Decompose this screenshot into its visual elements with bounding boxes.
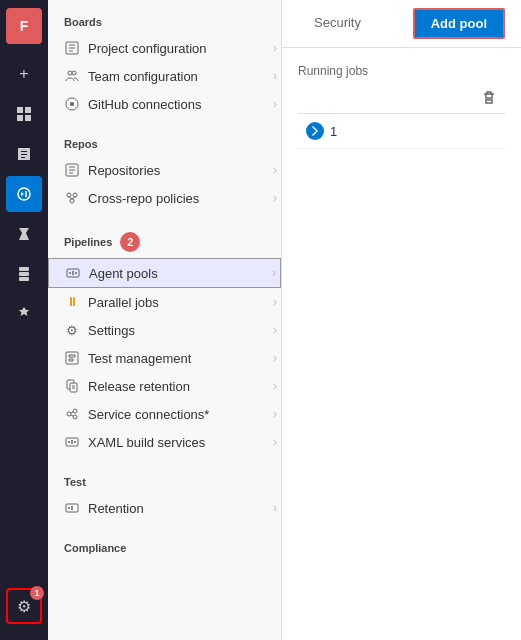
svg-point-36 xyxy=(73,409,77,413)
sidebar-item-xaml-build-services[interactable]: XAML build services › xyxy=(48,428,281,456)
sidebar-item-label: Team configuration xyxy=(88,69,198,84)
svg-point-14 xyxy=(72,71,76,75)
sidebar-item-github-connections[interactable]: GitHub connections › xyxy=(48,90,281,118)
main-content: Security Add pool Running jobs 1 xyxy=(282,0,521,640)
sidebar-item-project-configuration[interactable]: Project configuration › xyxy=(48,34,281,62)
running-jobs-label: Running jobs xyxy=(298,64,505,78)
svg-rect-1 xyxy=(25,107,31,113)
release-retention-icon xyxy=(64,378,80,394)
sidebar-section-compliance: Compliance xyxy=(48,526,281,564)
sidebar: Boards Project configuration › Team conf… xyxy=(48,0,282,640)
sidebar-item-agent-pools[interactable]: Agent pools › xyxy=(48,258,281,288)
sidebar-item-cross-repo-policies[interactable]: Cross-repo policies › xyxy=(48,184,281,212)
chevron-icon: › xyxy=(273,379,277,393)
sidebar-item-test-management[interactable]: Test management › xyxy=(48,344,281,372)
retention-icon xyxy=(64,500,80,516)
add-pool-button[interactable]: Add pool xyxy=(413,8,505,39)
activity-bar: F + ⚙ 1 xyxy=(0,0,48,640)
github-icon xyxy=(64,96,80,112)
sidebar-item-release-retention[interactable]: Release retention › xyxy=(48,372,281,400)
chevron-icon: › xyxy=(273,435,277,449)
settings-badge: 1 xyxy=(30,586,44,600)
sidebar-item-parallel-jobs[interactable]: ⏸ Parallel jobs › xyxy=(48,288,281,316)
sidebar-item-retention[interactable]: Retention › xyxy=(48,494,281,522)
settings-item-icon: ⚙ xyxy=(64,322,80,338)
sidebar-item-label: Test management xyxy=(88,351,191,366)
svg-line-24 xyxy=(69,197,72,199)
sidebar-item-label: Agent pools xyxy=(89,266,158,281)
team-config-icon xyxy=(64,68,80,84)
sidebar-section-title-pipelines: Pipelines 2 xyxy=(48,228,281,258)
boards-icon[interactable] xyxy=(6,96,42,132)
chevron-icon: › xyxy=(273,69,277,83)
svg-rect-0 xyxy=(17,107,23,113)
chevron-icon: › xyxy=(273,501,277,515)
sidebar-item-label: XAML build services xyxy=(88,435,205,450)
sidebar-item-team-configuration[interactable]: Team configuration › xyxy=(48,62,281,90)
sidebar-item-label: Parallel jobs xyxy=(88,295,159,310)
chevron-icon: › xyxy=(273,323,277,337)
parallel-jobs-icon: ⏸ xyxy=(64,294,80,310)
agent-pools-icon xyxy=(65,265,81,281)
chevron-icon: › xyxy=(273,351,277,365)
svg-point-35 xyxy=(67,412,71,416)
svg-rect-2 xyxy=(17,115,23,121)
svg-point-21 xyxy=(67,193,71,197)
table-header xyxy=(298,86,505,114)
svg-rect-6 xyxy=(19,267,29,271)
project-config-icon xyxy=(64,40,80,56)
svg-point-23 xyxy=(70,199,74,203)
activity-bar-top: F + xyxy=(6,8,42,584)
sidebar-section-boards: Boards Project configuration › Team conf… xyxy=(48,0,281,122)
sidebar-section-repos: Repos Repositories › Cross-repo policies… xyxy=(48,122,281,216)
sidebar-item-service-connections[interactable]: Service connections* › xyxy=(48,400,281,428)
test-icon[interactable] xyxy=(6,216,42,252)
row-count-value: 1 xyxy=(330,124,337,139)
chevron-icon: › xyxy=(273,295,277,309)
row-count: 1 xyxy=(306,122,337,140)
chevron-icon: › xyxy=(273,163,277,177)
svg-point-22 xyxy=(73,193,77,197)
chevron-icon: › xyxy=(272,266,276,280)
sidebar-item-label: Project configuration xyxy=(88,41,207,56)
extensions-icon[interactable] xyxy=(6,296,42,332)
delete-icon[interactable] xyxy=(481,90,497,109)
sidebar-section-title-compliance: Compliance xyxy=(48,538,281,560)
sidebar-item-label: Service connections* xyxy=(88,407,209,422)
svg-line-39 xyxy=(71,415,73,416)
artifacts-icon[interactable] xyxy=(6,256,42,292)
table-row: 1 xyxy=(298,114,505,149)
activity-bar-bottom: ⚙ 1 xyxy=(6,588,42,632)
chevron-icon: › xyxy=(273,407,277,421)
sidebar-item-label: Repositories xyxy=(88,163,160,178)
pipelines-icon[interactable] xyxy=(6,176,42,212)
sidebar-item-label: Retention xyxy=(88,501,144,516)
test-mgmt-icon xyxy=(64,350,80,366)
settings-icon[interactable]: ⚙ 1 xyxy=(6,588,42,624)
logo-icon[interactable]: F xyxy=(6,8,42,44)
sidebar-section-title-test: Test xyxy=(48,472,281,494)
svg-rect-30 xyxy=(66,352,78,364)
svg-rect-3 xyxy=(25,115,31,121)
tab-security[interactable]: Security xyxy=(298,3,377,44)
chevron-icon: › xyxy=(273,191,277,205)
sidebar-item-label: Release retention xyxy=(88,379,190,394)
svg-point-13 xyxy=(68,71,72,75)
sidebar-section-title-boards: Boards xyxy=(48,12,281,34)
svg-point-37 xyxy=(73,415,77,419)
main-header: Security Add pool xyxy=(282,0,521,48)
svg-rect-8 xyxy=(19,277,29,281)
chevron-icon: › xyxy=(273,97,277,111)
cross-repo-icon xyxy=(64,190,80,206)
repositories-icon xyxy=(64,162,80,178)
new-item-icon[interactable]: + xyxy=(6,56,42,92)
svg-rect-7 xyxy=(19,272,29,276)
repos-icon[interactable] xyxy=(6,136,42,172)
sidebar-item-settings[interactable]: ⚙ Settings › xyxy=(48,316,281,344)
sidebar-section-test: Test Retention › xyxy=(48,460,281,526)
sidebar-section-pipelines: Pipelines 2 Agent pools › ⏸ Parallel job… xyxy=(48,216,281,460)
main-body: Running jobs 1 xyxy=(282,48,521,640)
xaml-icon xyxy=(64,434,80,450)
sidebar-item-repositories[interactable]: Repositories › xyxy=(48,156,281,184)
svg-point-16 xyxy=(70,102,74,106)
